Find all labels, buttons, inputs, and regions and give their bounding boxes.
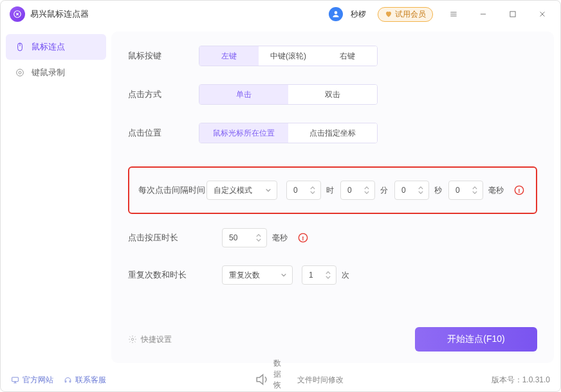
opt-coord[interactable]: 点击指定坐标 xyxy=(288,123,377,143)
label-click-pos: 点击位置 xyxy=(128,127,199,139)
app-title: 易兴鼠标连点器 xyxy=(30,8,89,20)
label-press: 点击按压时长 xyxy=(128,232,199,244)
svg-point-1 xyxy=(335,11,338,14)
record-icon xyxy=(15,67,25,78)
svg-text:!: ! xyxy=(302,235,304,242)
opt-right[interactable]: 右键 xyxy=(318,46,377,66)
warning-icon: ! xyxy=(298,233,308,243)
headset-icon xyxy=(64,376,72,384)
sidebar-item-label: 鼠标连点 xyxy=(32,41,65,53)
quick-settings[interactable]: 快捷设置 xyxy=(128,334,172,345)
label-click-mode: 点击方式 xyxy=(128,89,199,100)
warning-icon: ! xyxy=(514,185,524,195)
svg-point-4 xyxy=(17,69,24,76)
label-repeat: 重复次数和时长 xyxy=(128,269,199,281)
speaker-icon xyxy=(254,371,270,388)
chevron-up-icon[interactable] xyxy=(472,186,477,190)
svg-rect-11 xyxy=(12,377,19,382)
start-button[interactable]: 开始连点(F10) xyxy=(415,327,537,352)
chevron-down-icon[interactable] xyxy=(310,191,315,194)
label-mouse-button: 鼠标按键 xyxy=(128,50,199,62)
svg-point-5 xyxy=(19,71,21,74)
sidebar-item-label: 键鼠录制 xyxy=(32,67,65,78)
svg-rect-2 xyxy=(510,12,515,17)
footer-site[interactable]: 官方网站 xyxy=(11,375,53,386)
chevron-up-icon[interactable] xyxy=(326,271,331,274)
opt-double[interactable]: 双击 xyxy=(288,85,377,104)
seg-click-mode: 单击 双击 xyxy=(199,84,378,105)
monitor-icon xyxy=(11,376,19,384)
footer-filetime[interactable]: 文件时间修改 xyxy=(297,358,344,392)
chevron-down-icon[interactable] xyxy=(418,191,423,194)
chevron-down-icon[interactable] xyxy=(256,238,261,242)
interval-seconds[interactable]: 0 xyxy=(394,181,429,200)
opt-cursor[interactable]: 鼠标光标所在位置 xyxy=(199,123,288,143)
chevron-down-icon xyxy=(265,187,271,193)
sidebar-item-click[interactable]: 鼠标连点 xyxy=(6,34,106,60)
minimize-button[interactable] xyxy=(474,5,492,23)
close-button[interactable] xyxy=(533,5,551,23)
interval-ms[interactable]: 0 xyxy=(448,181,483,200)
app-logo xyxy=(10,6,25,22)
maximize-button[interactable] xyxy=(504,5,522,23)
svg-text:!: ! xyxy=(518,187,520,194)
trial-badge[interactable]: 试用会员 xyxy=(378,7,433,22)
chevron-down-icon[interactable] xyxy=(364,191,369,194)
label-interval: 每次点击间隔时间 xyxy=(138,184,207,196)
press-duration[interactable]: 50 xyxy=(222,228,267,247)
footer-recover[interactable]: 数据恢复 xyxy=(254,358,288,392)
repeat-count[interactable]: 1 xyxy=(302,265,336,285)
interval-mode-select[interactable]: 自定义模式 xyxy=(207,181,277,200)
chevron-up-icon[interactable] xyxy=(418,186,423,190)
chevron-up-icon[interactable] xyxy=(364,186,369,190)
avatar[interactable] xyxy=(329,7,343,21)
chevron-down-icon xyxy=(280,272,287,278)
footer-support[interactable]: 联系客服 xyxy=(64,375,106,386)
opt-middle[interactable]: 中键(滚轮) xyxy=(259,46,318,66)
interval-highlight: 每次点击间隔时间 自定义模式 0 时 0 分 0 秒 0 毫秒 ! xyxy=(128,166,537,214)
mouse-icon xyxy=(15,42,25,52)
chevron-up-icon[interactable] xyxy=(310,186,315,190)
chevron-up-icon[interactable] xyxy=(256,234,261,237)
opt-single[interactable]: 单击 xyxy=(199,85,288,104)
chevron-down-icon[interactable] xyxy=(472,191,477,194)
chevron-down-icon[interactable] xyxy=(326,276,331,279)
opt-left[interactable]: 左键 xyxy=(199,46,259,66)
seg-mouse-button: 左键 中键(滚轮) 右键 xyxy=(199,46,378,66)
sidebar-item-record[interactable]: 键鼠录制 xyxy=(6,60,106,85)
version: 版本号：1.0.31.0 xyxy=(492,375,550,386)
menu-button[interactable] xyxy=(445,5,463,23)
repeat-mode-select[interactable]: 重复次数 xyxy=(222,265,293,285)
gear-icon xyxy=(128,335,137,344)
username[interactable]: 秒椤 xyxy=(351,9,366,20)
interval-hours[interactable]: 0 xyxy=(286,181,321,200)
interval-minutes[interactable]: 0 xyxy=(340,181,375,200)
seg-click-pos: 鼠标光标所在位置 点击指定坐标 xyxy=(199,123,378,143)
svg-point-10 xyxy=(131,338,134,341)
